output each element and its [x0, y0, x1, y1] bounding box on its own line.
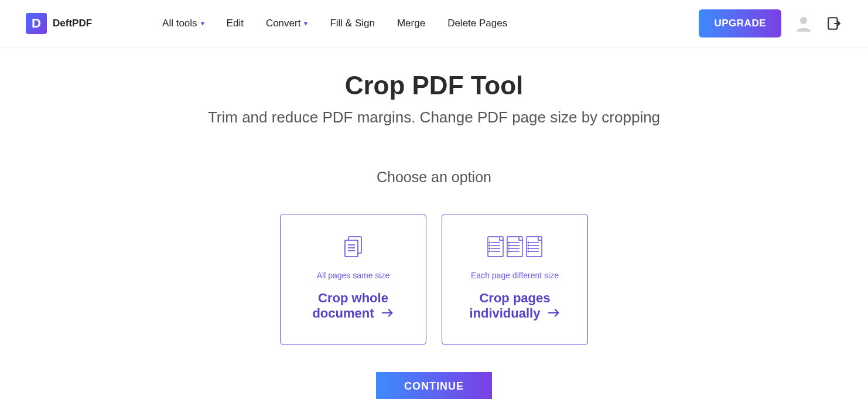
continue-button[interactable]: CONTINUE	[376, 372, 492, 399]
svg-point-34	[528, 251, 529, 252]
logo[interactable]: D DeftPDF	[26, 13, 92, 34]
options-row: All pages same size Crop whole document	[0, 214, 868, 345]
svg-point-23	[508, 248, 510, 249]
multi-document-icon	[486, 232, 544, 260]
nav-merge[interactable]: Merge	[397, 18, 425, 29]
nav-edit[interactable]: Edit	[227, 18, 244, 29]
logo-mark: D	[26, 13, 47, 34]
chevron-down-icon: ▾	[201, 19, 204, 28]
svg-rect-3	[345, 240, 358, 257]
svg-point-12	[489, 245, 490, 246]
svg-point-10	[489, 242, 490, 243]
svg-rect-8	[488, 237, 503, 257]
main: Crop PDF Tool Trim and reduce PDF margin…	[0, 47, 868, 399]
svg-rect-17	[507, 237, 522, 257]
svg-point-0	[800, 17, 807, 24]
svg-point-32	[528, 248, 529, 249]
arrow-right-icon	[548, 306, 561, 321]
logo-text: DeftPDF	[53, 18, 92, 29]
header: D DeftPDF All tools ▾ Edit Convert ▾ Fil…	[0, 0, 868, 47]
option-title-line2: document	[312, 306, 374, 320]
option-title-line1: Crop whole	[318, 291, 388, 306]
nav: All tools ▾ Edit Convert ▾ Fill & Sign M…	[162, 18, 507, 29]
option-sub: Each page different size	[471, 271, 559, 280]
choose-label: Choose an option	[0, 169, 868, 186]
option-crop-whole[interactable]: All pages same size Crop whole document	[280, 214, 426, 345]
svg-point-19	[508, 242, 510, 243]
document-stack-icon	[340, 232, 366, 260]
avatar-icon[interactable]	[794, 14, 813, 33]
upgrade-button[interactable]: UPGRADE	[699, 9, 781, 37]
option-title-line2: individually	[469, 306, 540, 320]
nav-delete-pages[interactable]: Delete Pages	[447, 18, 507, 29]
option-crop-individual[interactable]: Each page different size Crop pages indi…	[442, 214, 588, 345]
svg-point-25	[508, 251, 510, 252]
page-title: Crop PDF Tool	[0, 71, 868, 100]
svg-point-30	[528, 245, 529, 246]
exit-icon[interactable]	[826, 15, 842, 32]
nav-label: Convert	[266, 18, 301, 29]
header-right: UPGRADE	[699, 9, 842, 37]
svg-point-28	[528, 242, 529, 243]
nav-fill-sign[interactable]: Fill & Sign	[330, 18, 375, 29]
nav-convert[interactable]: Convert ▾	[266, 18, 308, 29]
option-title: Crop pages individually	[469, 291, 560, 322]
option-title-line1: Crop pages	[479, 291, 550, 306]
option-sub: All pages same size	[317, 271, 390, 280]
nav-label: All tools	[162, 18, 197, 29]
svg-point-14	[489, 248, 490, 249]
arrow-right-icon	[381, 306, 394, 321]
nav-all-tools[interactable]: All tools ▾	[162, 18, 204, 29]
page-subtitle: Trim and reduce PDF margins. Change PDF …	[0, 108, 868, 127]
svg-point-16	[489, 251, 490, 252]
chevron-down-icon: ▾	[304, 19, 307, 28]
svg-point-21	[508, 245, 510, 246]
svg-rect-26	[527, 237, 542, 257]
option-title: Crop whole document	[312, 291, 394, 322]
